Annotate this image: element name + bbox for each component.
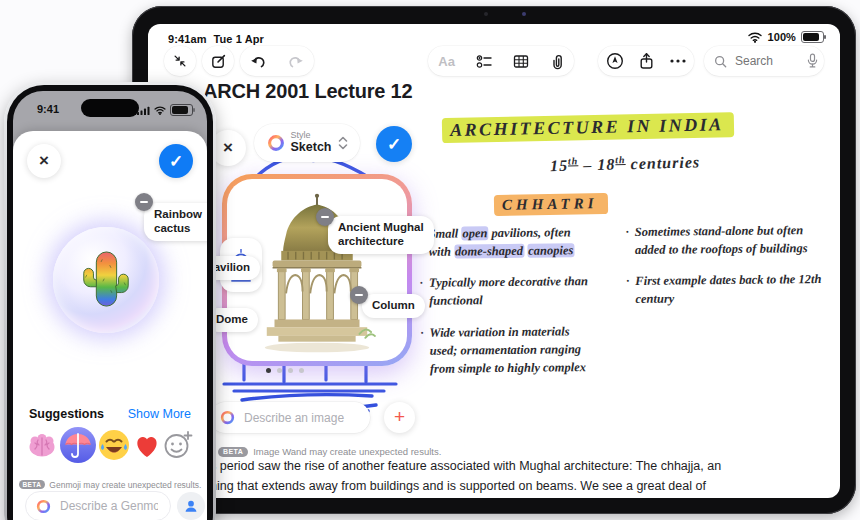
marketing-canvas: { "ipad": { "status": { "time": "9:41am"… — [0, 0, 860, 520]
heart-icon — [132, 431, 162, 459]
battery-icon — [801, 31, 824, 43]
remove-main-label-button[interactable] — [316, 208, 334, 226]
genmoji-accept-button[interactable]: ✓ — [159, 144, 193, 178]
umbrella-icon — [59, 426, 97, 464]
collapse-icon — [172, 53, 188, 69]
note-bullets-left: ·Small open pavilions, often with dome-s… — [419, 223, 593, 378]
note-bullet: ·First example dates back to the 12th ce… — [626, 270, 831, 308]
ipad-device: 9:41amTue 1 Apr 100% — [132, 6, 856, 514]
note-heading: ARCHITECTURE IN INDIA — [442, 112, 840, 141]
label-ancient-mughal[interactable]: Ancient Mughal architecture — [328, 216, 434, 254]
laughing-crying-icon — [98, 429, 130, 461]
wifi-icon — [154, 106, 166, 115]
note-bullet: ·Small open pavilions, often with dome-s… — [419, 223, 591, 261]
collapse-toolbar-button[interactable] — [164, 46, 196, 76]
redo-button[interactable] — [287, 54, 304, 69]
describe-image-field[interactable] — [210, 402, 370, 433]
brain-suggestion[interactable] — [27, 432, 57, 462]
chevron-up-down-icon — [338, 136, 348, 150]
dictation-mic-icon[interactable] — [807, 53, 818, 69]
apple-intelligence-icon — [36, 499, 51, 514]
genmoji-preview — [53, 227, 159, 333]
image-playground-style-icon — [267, 134, 285, 152]
more-options-button[interactable] — [670, 59, 686, 63]
note-title: ARCH 2001 Lecture 12 — [203, 80, 412, 103]
checkmark-icon: ✓ — [169, 151, 183, 172]
style-picker[interactable]: Style Sketch — [254, 124, 360, 162]
note-bullet: ·Wide variation in materials used; ornam… — [420, 322, 593, 378]
checkmark-icon: ✓ — [387, 134, 401, 155]
markup-share-group — [598, 46, 694, 76]
note-bullets-right: ·Sometimes stand-alone but often added t… — [626, 221, 832, 309]
show-more-link[interactable]: Show More — [128, 407, 191, 421]
share-icon[interactable] — [639, 52, 654, 70]
describe-genmoji-field[interactable] — [25, 491, 171, 520]
battery-icon — [170, 104, 193, 116]
compose-icon — [210, 53, 227, 70]
note-section-heading: CHHATRI — [494, 195, 608, 214]
text-format-button[interactable]: Aa — [438, 54, 455, 69]
plus-icon: + — [394, 407, 405, 426]
image-wand-disclaimer: BETAImage Wand may create unexpected res… — [218, 442, 441, 460]
search-input[interactable] — [733, 53, 801, 69]
beta-badge: BETA — [19, 480, 46, 489]
ipad-status-left: 9:41amTue 1 Apr — [168, 33, 264, 45]
genmoji-sheet: × ✓ Rainbow cactus — [13, 131, 207, 520]
label-column[interactable]: Column — [362, 294, 425, 318]
describe-image-input[interactable] — [242, 410, 360, 426]
undo-button[interactable] — [250, 54, 267, 69]
image-wand-accept-button[interactable]: ✓ — [376, 126, 412, 162]
iphone-status-icons — [137, 104, 193, 116]
iphone-device: 9:41 × ✓ Rainbow cactus — [4, 82, 216, 520]
wifi-icon — [748, 32, 762, 43]
laughing-emoji-suggestion[interactable] — [98, 429, 130, 465]
search-icon — [714, 55, 727, 68]
result-page-dots[interactable] — [266, 368, 304, 373]
style-value: Sketch — [291, 141, 332, 155]
battery-percent: 100% — [767, 31, 796, 43]
ipad-status-right: 100% — [748, 31, 824, 43]
genmoji-close-button[interactable]: × — [27, 144, 61, 178]
checklist-button[interactable] — [476, 54, 493, 69]
note-subheading: 15th – 18th centuries — [550, 152, 701, 175]
minus-icon — [135, 193, 153, 211]
attachment-icon[interactable] — [550, 53, 564, 70]
beta-badge: BETA — [218, 447, 248, 457]
describe-genmoji-input[interactable] — [58, 498, 160, 514]
markup-pen-icon[interactable] — [606, 52, 624, 70]
minus-icon — [350, 286, 368, 304]
person-genmoji-button[interactable] — [177, 492, 205, 520]
ipad-screen: 9:41amTue 1 Apr 100% — [148, 24, 840, 498]
note-bullet: ·Typically more decorative than function… — [420, 272, 592, 310]
remove-column-label-button[interactable] — [350, 286, 368, 304]
person-icon — [183, 498, 199, 514]
iphone-screen: 9:41 × ✓ Rainbow cactus — [13, 91, 207, 520]
search-field[interactable] — [704, 46, 824, 76]
table-button[interactable] — [513, 54, 529, 69]
suggestion-icons-row — [27, 427, 193, 467]
create-emoji-suggestion[interactable] — [163, 430, 193, 464]
note-bullet: ·Sometimes stand-alone but often added t… — [626, 221, 831, 259]
apple-intelligence-icon — [220, 410, 235, 425]
rainbow-cactus-icon — [77, 245, 135, 315]
dynamic-island — [81, 99, 139, 117]
suggestions-title: Suggestions — [29, 407, 104, 421]
close-icon: × — [223, 138, 233, 158]
format-tools-group: Aa — [428, 46, 574, 76]
genmoji-prompt-label[interactable]: Rainbow cactus — [144, 203, 207, 241]
add-prompt-button[interactable]: + — [384, 402, 415, 433]
iphone-time: 9:41 — [37, 103, 59, 115]
remove-genmoji-label-button[interactable] — [135, 193, 153, 211]
umbrella-suggestion[interactable] — [59, 426, 97, 468]
paragraph-line-2: ning that extends away from buildings an… — [210, 476, 790, 496]
cellular-icon — [137, 106, 150, 115]
ipad-camera — [484, 12, 526, 16]
undo-redo-group — [240, 46, 314, 76]
heart-suggestion[interactable] — [132, 431, 162, 463]
ipad-time: 9:41am — [168, 33, 207, 45]
minus-icon — [316, 208, 334, 226]
note-paragraph: s period saw the rise of another feature… — [210, 456, 790, 496]
ipad-date: Tue 1 Apr — [214, 33, 264, 45]
compose-note-button[interactable] — [202, 46, 234, 76]
add-emoji-icon — [163, 430, 193, 460]
